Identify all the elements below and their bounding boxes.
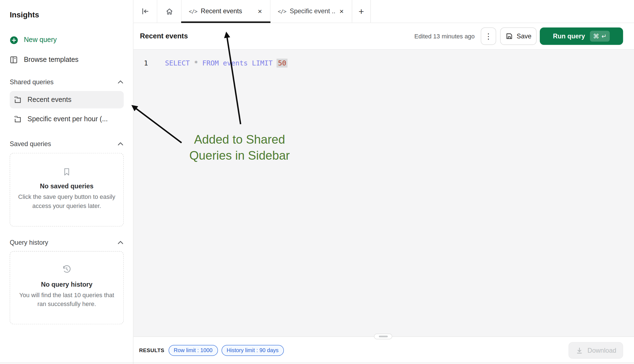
run-query-button[interactable]: Run query ⌘ ↵ [540, 28, 623, 45]
browse-templates-label: Browse templates [24, 56, 78, 64]
cmd-icon: ⌘ [593, 33, 599, 40]
new-query-button[interactable]: New query [10, 31, 125, 49]
download-button[interactable]: Download [569, 342, 623, 359]
sql-keyword: SELECT [165, 59, 190, 67]
sql-editor[interactable]: 1 SELECT * FROM events LIMIT 50 [133, 50, 634, 336]
save-label: Save [517, 33, 531, 40]
plus-circle-icon [10, 36, 18, 44]
kebab-icon: ⋮ [485, 31, 492, 41]
resize-grip-icon [379, 336, 387, 337]
annotation-line: Queries in Sidebar [162, 147, 318, 164]
code-line: 1 SELECT * FROM events LIMIT 50 [138, 59, 287, 68]
sidebar-item-label: Recent events [28, 96, 72, 104]
sql-keyword: LIMIT [252, 59, 273, 67]
page-title: Insights [10, 10, 39, 19]
tab-specific-event[interactable]: </> Specific event ... × [271, 0, 352, 23]
sidebar: Insights New query Browse templates Shar… [0, 0, 133, 364]
new-query-label: New query [24, 36, 57, 44]
history-limit-pill[interactable]: History limit : 90 days [221, 345, 284, 356]
saved-queries-label: Saved queries [10, 140, 51, 147]
code-tag-icon: </> [278, 8, 286, 14]
sql-code[interactable]: SELECT * FROM events LIMIT 50 [165, 59, 287, 68]
edited-status: Edited 13 minutes ago [414, 33, 475, 40]
empty-state-title: No query history [10, 281, 123, 288]
annotation-text: Added to Shared Queries in Sidebar [162, 131, 318, 164]
download-icon [575, 346, 583, 354]
annotation-line: Added to Shared [162, 131, 318, 148]
tab-recent-events[interactable]: </> Recent events × [181, 0, 270, 23]
main-panel: </> Recent events × </> Specific event .… [133, 0, 634, 364]
line-number: 1 [138, 59, 148, 68]
tab-label: Specific event ... [290, 8, 336, 15]
close-tab-icon[interactable]: × [258, 8, 262, 15]
sql-keyword: FROM [202, 59, 219, 67]
shared-queries-section-header[interactable]: Shared queries [10, 77, 124, 87]
more-options-button[interactable]: ⋮ [481, 28, 496, 45]
window-bottom-edge [0, 363, 634, 363]
sql-number: 50 [277, 59, 287, 67]
home-icon [165, 7, 174, 16]
shared-query-icon [14, 115, 22, 123]
save-icon [505, 32, 513, 40]
pane-resize-handle[interactable] [374, 334, 392, 339]
shared-query-icon [14, 96, 22, 104]
browse-templates-icon [10, 56, 18, 64]
sidebar-item-recent-events[interactable]: Recent events [10, 91, 124, 108]
history-icon [10, 252, 123, 275]
query-history-label: Query history [10, 239, 48, 246]
tab-label: Recent events [201, 8, 242, 15]
home-button[interactable] [157, 0, 182, 23]
return-icon: ↵ [602, 33, 607, 40]
saved-queries-empty-state: No saved queries Click the save query bu… [10, 153, 124, 227]
sql-table-name: events [223, 59, 248, 67]
query-header: Recent events Edited 13 minutes ago ⋮ Sa… [133, 23, 634, 50]
sql-star: * [194, 59, 198, 67]
saved-queries-section-header[interactable]: Saved queries [10, 139, 124, 149]
query-history-section-header[interactable]: Query history [10, 238, 124, 248]
sidebar-item-specific-event[interactable]: Specific event per hour (... [10, 110, 124, 128]
run-query-label: Run query [553, 33, 585, 40]
close-tab-icon[interactable]: × [339, 8, 344, 15]
collapse-sidebar-button[interactable] [133, 0, 157, 23]
query-title: Recent events [140, 32, 188, 41]
query-history-empty-state: No query history You will find the last … [10, 251, 124, 324]
save-button[interactable]: Save [500, 28, 537, 45]
new-tab-button[interactable]: + [352, 0, 371, 23]
add-tab-icon: + [359, 6, 364, 17]
results-label: RESULTS [139, 347, 165, 354]
results-bar: RESULTS Row limit : 1000 History limit :… [133, 336, 634, 364]
bookmark-icon [10, 153, 123, 176]
sidebar-item-label: Specific event per hour (... [28, 115, 108, 123]
chevron-up-icon [117, 80, 124, 85]
empty-state-title: No saved queries [10, 183, 123, 190]
keyboard-shortcut-badge: ⌘ ↵ [590, 31, 610, 42]
tab-bar: </> Recent events × </> Specific event .… [133, 0, 634, 23]
empty-state-body: Click the save query button to easily ac… [10, 192, 123, 210]
empty-state-body: You will find the last 10 queries that r… [10, 291, 123, 308]
chevron-up-icon [117, 142, 124, 147]
shared-queries-label: Shared queries [10, 78, 54, 86]
download-label: Download [587, 347, 616, 354]
collapse-sidebar-icon [141, 7, 150, 16]
chevron-up-icon [117, 240, 124, 245]
code-tag-icon: </> [189, 8, 197, 14]
app-window: Insights New query Browse templates Shar… [0, 0, 634, 364]
browse-templates-button[interactable]: Browse templates [10, 51, 125, 69]
row-limit-pill[interactable]: Row limit : 1000 [168, 345, 218, 356]
